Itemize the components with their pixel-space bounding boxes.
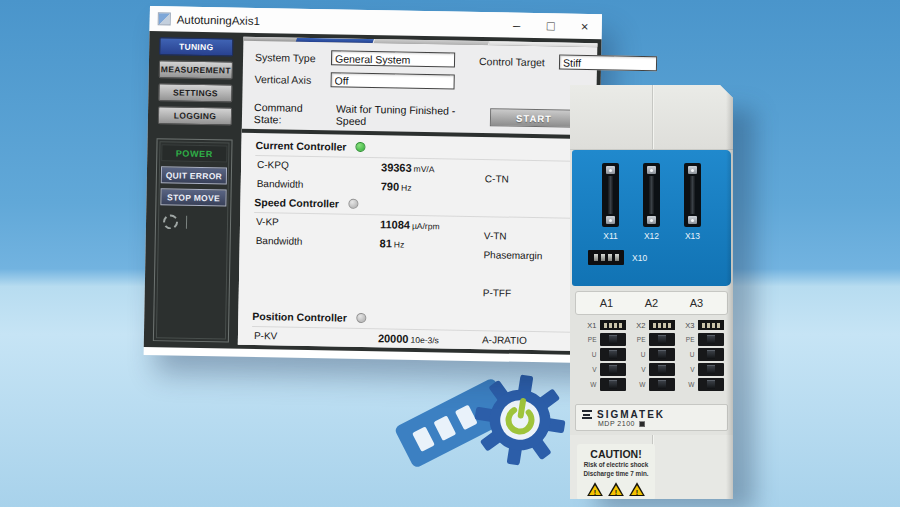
connector-slit-icon — [608, 176, 613, 214]
maximize-button[interactable]: □ — [533, 13, 567, 39]
automation-graphic — [396, 378, 566, 473]
connector-screw-icon — [606, 216, 615, 224]
sidebar-item-logging[interactable]: LOGGING — [158, 106, 232, 125]
pin-header-icon — [698, 320, 724, 330]
param-name: Bandwidth — [255, 178, 365, 191]
module-slot-icon — [433, 415, 456, 441]
command-state-row: Command State: Wait for Tuning Finished … — [254, 101, 584, 131]
terminal-cell-icon — [698, 378, 724, 391]
vertical-axis-field[interactable] — [331, 72, 455, 89]
close-button[interactable]: × — [567, 14, 601, 40]
param-name: Bandwidth — [254, 235, 364, 248]
device-bottom-housing: CAUTION! Risk of electric shock Discharg… — [570, 435, 733, 507]
main-panel: TUNING AUTOMATIC DRIVECONTROLLER POSITIO… — [238, 37, 598, 351]
system-type-label: System Type — [255, 50, 331, 63]
divider — [186, 215, 187, 228]
warning-triangles: ! ! ! — [580, 482, 652, 496]
command-state-label: Command State: — [254, 101, 331, 126]
terminal-label: X1 — [586, 321, 597, 330]
servo-drive-module: X11 X12 X13 — [570, 85, 733, 499]
terminal-cell-icon — [649, 333, 675, 346]
window-title: AutotuningAxis1 — [177, 13, 260, 27]
terminal-cell-icon — [600, 348, 626, 361]
vertical-axis-label: Vertical Axis — [255, 72, 331, 85]
terminal-label: X2 — [635, 321, 646, 330]
terminal-cell-icon — [698, 363, 724, 376]
param-name: C-TN — [483, 173, 579, 186]
autotuning-window: AutotuningAxis1 – □ × TUNING MEASUREMENT… — [144, 6, 602, 363]
sigmatek-logo-icon — [582, 410, 592, 419]
group-label: A3 — [690, 297, 703, 309]
spinner-icon — [163, 214, 178, 229]
command-state-value: Wait for Tuning Finished - Speed — [336, 102, 485, 129]
control-target-field[interactable] — [559, 55, 657, 72]
warning-triangle-icon: ! — [629, 482, 645, 496]
pin-label: V — [586, 366, 597, 373]
module-slot-icon — [412, 426, 435, 452]
pin-label: W — [586, 381, 597, 388]
model-row: MDP 2100 — [598, 420, 721, 427]
param-name: V-KP — [254, 216, 364, 229]
terminal-column-x3: X3 PE U V W — [684, 320, 726, 400]
connector-slot-icon — [643, 163, 660, 227]
power-panel: POWER QUIT ERROR STOP MOVE — [153, 138, 233, 342]
pin-label: V — [684, 366, 695, 373]
param-name: C-KPQ — [255, 159, 365, 172]
window-controls: – □ × — [499, 12, 601, 39]
sidebar: TUNING MEASUREMENT SETTINGS LOGGING POWE… — [148, 35, 240, 345]
param-value: 81Hz — [364, 236, 482, 250]
sidebar-item-settings[interactable]: SETTINGS — [158, 83, 232, 102]
minimize-button[interactable]: – — [499, 12, 533, 38]
port-x10: X10 — [588, 250, 731, 265]
terminal-column-x1: X1 PE U V W — [586, 320, 628, 400]
pin-label: W — [635, 381, 646, 388]
brand-name: SIGMATEK — [597, 409, 665, 420]
port-label: X11 — [603, 231, 618, 241]
motor-terminals: X1 PE U V W X2 PE U V W X3 — [570, 320, 733, 400]
form-area: System Type Control Target Vertical Axis… — [242, 41, 598, 135]
group-label: A2 — [645, 297, 658, 309]
caution-line: Risk of electric shock — [580, 460, 652, 469]
start-button[interactable]: START — [490, 108, 578, 128]
pin-label: PE — [684, 336, 695, 343]
status-led-gray — [348, 199, 358, 209]
connector-screw-icon — [688, 166, 697, 174]
connector-screw-icon — [647, 166, 656, 174]
port-x13: X13 — [684, 163, 701, 241]
section-title: Current Controller — [255, 139, 346, 153]
pin-label: PE — [635, 336, 646, 343]
pin-label: U — [586, 351, 597, 358]
stop-move-button[interactable]: STOP MOVE — [160, 188, 226, 206]
caution-line: Discharge time 7 min. — [580, 469, 652, 478]
section-title: Position Controller — [252, 310, 347, 324]
pin-label: V — [635, 366, 646, 373]
port-label: X12 — [644, 231, 659, 241]
spinner-row — [160, 213, 226, 230]
quit-error-button[interactable]: QUIT ERROR — [161, 166, 227, 184]
connector-slit-icon — [690, 176, 695, 214]
terminal-cell-icon — [600, 363, 626, 376]
param-value: 2000010e-3/s — [362, 331, 480, 345]
pin-label: PE — [586, 336, 597, 343]
app-icon — [158, 12, 171, 25]
terminal-cell-icon — [600, 378, 626, 391]
terminal-cell-icon — [649, 378, 675, 391]
encoder-ports: X11 X12 X13 — [572, 163, 731, 241]
pin-label: U — [684, 351, 695, 358]
device-top-housing — [570, 85, 733, 150]
connector-slit-icon — [649, 176, 654, 214]
sidebar-item-tuning[interactable]: TUNING — [159, 37, 233, 56]
param-name: P-TFF — [481, 287, 577, 300]
status-led-green — [355, 142, 365, 152]
pin-header-icon — [600, 320, 626, 330]
housing-seam — [652, 85, 653, 149]
results-grid: Current Controller C-KPQ 39363mV/A C-TN … — [252, 136, 582, 351]
results-panel: Current Controller C-KPQ 39363mV/A C-TN … — [238, 129, 596, 351]
connector-screw-icon — [606, 166, 615, 174]
terminal-cell-icon — [698, 348, 724, 361]
sidebar-item-measurement[interactable]: MEASUREMENT — [159, 60, 233, 79]
system-type-field[interactable] — [331, 50, 455, 67]
caution-title: CAUTION! — [580, 448, 652, 460]
axis-group-strip: A1 A2 A3 — [575, 291, 728, 315]
status-led-gray — [356, 313, 366, 323]
